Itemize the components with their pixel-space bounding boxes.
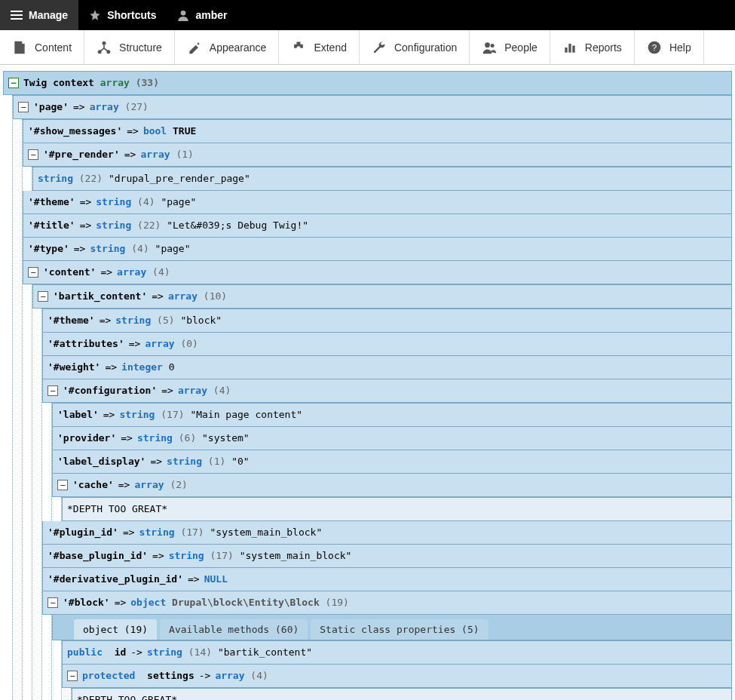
collapse-icon[interactable]: − [38, 291, 48, 302]
svg-point-4 [103, 41, 106, 45]
depth-row-2: *DEPTH TOO GREAT* [72, 688, 732, 700]
extend-label: Extend [314, 41, 347, 54]
block-row[interactable]: − '#block'=> object Drupal\block\Entity\… [42, 591, 732, 615]
cfg-labeldisp-row: 'label_display'=> string (1) "0" [52, 450, 732, 474]
depth-row: *DEPTH TOO GREAT* [62, 497, 732, 521]
theme-block-row: '#theme'=> string (5) "block" [42, 309, 732, 333]
manage-menu[interactable]: Manage [0, 0, 78, 30]
svg-rect-10 [568, 44, 571, 53]
structure-icon [96, 40, 112, 55]
shortcuts-label: Shortcuts [107, 9, 156, 21]
svg-point-7 [485, 42, 490, 48]
base-plugin-id-row: '#base_plugin_id'=> string (17) "system_… [42, 545, 732, 568]
title-row: '#title'=> string (22) "Let&#039;s Debug… [23, 214, 732, 238]
configuration-link[interactable]: Configuration [360, 30, 470, 64]
root-row[interactable]: − Twig context array (33) [3, 71, 732, 95]
user-icon [177, 9, 189, 21]
structure-label: Structure [119, 41, 162, 54]
content-icon [12, 40, 27, 55]
collapse-icon[interactable]: − [28, 267, 38, 278]
show-messages-row: '#show_messages'=> bool TRUE [23, 119, 732, 143]
collapse-icon[interactable]: − [67, 671, 78, 681]
pre-render-row[interactable]: − '#pre_render'=> array (1) [23, 143, 732, 167]
content-link[interactable]: Content [0, 30, 84, 64]
plugin-id-row: '#plugin_id'=> string (17) "system_main_… [42, 521, 732, 545]
adminbar: Content Structure Appearance Extend Conf… [0, 30, 735, 65]
cfg-cache-row[interactable]: − 'cache'=> array (2) [52, 474, 732, 497]
cfg-label-row: 'label'=> string (17) "Main page content… [52, 403, 732, 427]
people-link[interactable]: People [470, 30, 550, 64]
tab-object[interactable]: object (19) [74, 619, 157, 640]
debug-panel: − Twig context array (33) − 'page'=> arr… [3, 71, 732, 700]
extend-link[interactable]: Extend [279, 30, 360, 64]
svg-point-8 [491, 44, 495, 48]
svg-rect-2 [11, 18, 23, 20]
collapse-icon[interactable]: − [47, 385, 58, 396]
hamburger-icon [11, 9, 23, 21]
attributes-row: '#attributes'=> array (0) [42, 333, 732, 356]
svg-rect-0 [11, 11, 23, 12]
appearance-icon [187, 40, 202, 55]
collapse-icon[interactable]: − [8, 78, 19, 88]
collapse-icon[interactable]: − [28, 149, 38, 160]
content-row[interactable]: − 'content'=> array (4) [23, 261, 732, 284]
configuration-label: Configuration [394, 41, 457, 54]
weight-row: '#weight'=> integer 0 [42, 356, 732, 379]
manage-label: Manage [29, 9, 68, 21]
reports-icon [562, 40, 577, 55]
svg-rect-1 [11, 14, 23, 16]
config-row[interactable]: − '#configuration'=> array (4) [42, 379, 732, 403]
reports-link[interactable]: Reports [550, 30, 635, 64]
people-label: People [504, 41, 537, 54]
help-link[interactable]: ?Help [635, 30, 704, 64]
appearance-label: Appearance [210, 41, 267, 54]
collapse-icon[interactable]: − [18, 102, 29, 112]
cfg-provider-row: 'provider'=> string (6) "system" [52, 427, 732, 450]
people-icon [482, 40, 497, 55]
page-row[interactable]: − 'page'=> array (27) [13, 95, 732, 119]
wrench-icon [372, 40, 387, 55]
collapse-icon[interactable]: − [57, 480, 68, 490]
root-label: Twig context [23, 75, 94, 91]
obj-id-row: public id -> string (14) "bartik_content… [62, 640, 732, 665]
help-label: Help [669, 41, 691, 54]
reports-label: Reports [585, 41, 622, 54]
root-count: (33) [136, 75, 159, 91]
pre-render-value-row: string (22) "drupal_pre_render_page" [32, 167, 732, 191]
obj-settings-row[interactable]: − protected settings -> array (4) [62, 665, 732, 688]
collapse-icon[interactable]: − [47, 597, 58, 608]
bartik-row[interactable]: − 'bartik_content'=> array (10) [32, 284, 732, 309]
svg-rect-11 [572, 45, 574, 52]
star-icon [89, 9, 101, 21]
user-menu[interactable]: amber [167, 0, 237, 30]
extend-icon [291, 40, 306, 55]
structure-link[interactable]: Structure [84, 30, 175, 64]
shortcuts-menu[interactable]: Shortcuts [78, 0, 167, 30]
svg-text:?: ? [652, 42, 657, 52]
derivative-row: '#derivative_plugin_id'=> NULL [42, 568, 732, 591]
svg-rect-9 [565, 48, 567, 53]
type-row: '#type'=> string (4) "page" [23, 238, 732, 261]
appearance-link[interactable]: Appearance [175, 30, 280, 64]
tab-methods[interactable]: Available methods (60) [160, 619, 308, 640]
tab-static[interactable]: Static class properties (5) [311, 619, 488, 640]
content-label: Content [35, 41, 72, 54]
theme-row: '#theme'=> string (4) "page" [23, 191, 732, 214]
svg-point-3 [181, 11, 186, 16]
root-type: array [100, 75, 130, 91]
help-icon: ? [647, 40, 662, 55]
object-tabs: object (19) Available methods (60) Stati… [52, 615, 732, 640]
user-label: amber [195, 9, 227, 21]
topbar: Manage Shortcuts amber [0, 0, 735, 30]
